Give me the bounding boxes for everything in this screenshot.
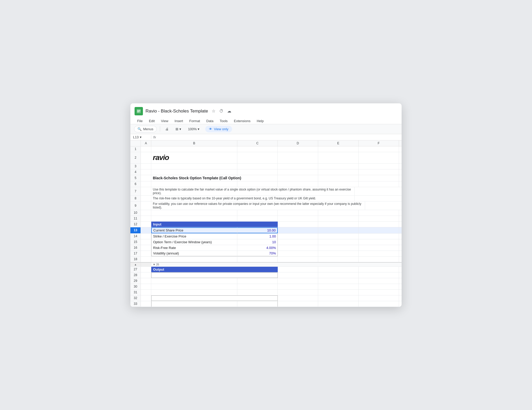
cell-f15[interactable] (359, 239, 399, 245)
cell-f31[interactable] (359, 290, 399, 295)
menu-help[interactable]: Help (254, 118, 266, 124)
menu-view[interactable]: View (158, 118, 171, 124)
cell-f32[interactable] (359, 295, 399, 301)
cell-b10[interactable] (151, 210, 237, 216)
cell-c3[interactable] (237, 164, 278, 169)
menu-format[interactable]: Format (187, 118, 203, 124)
cell-e30[interactable] (318, 284, 359, 289)
cell-a1[interactable] (141, 146, 151, 152)
cell-g14[interactable] (399, 234, 402, 239)
cell-a30[interactable] (141, 284, 151, 289)
cell-g13[interactable] (399, 227, 402, 233)
cell-d28[interactable] (278, 272, 318, 278)
cell-c10[interactable] (237, 210, 278, 216)
cell-b9-desc[interactable]: For volatility, you can use our referenc… (151, 201, 365, 210)
cell-a12[interactable] (141, 222, 151, 227)
cell-g15[interactable] (399, 239, 402, 245)
cell-c13[interactable]: 10.00 (237, 227, 278, 233)
cell-a14[interactable] (141, 234, 151, 239)
cell-b2-logo[interactable]: ravio (151, 152, 237, 163)
cell-b17[interactable]: Volatility (annual) (151, 251, 237, 256)
cell-g3[interactable] (399, 164, 402, 169)
cell-f6[interactable] (359, 181, 399, 187)
cell-f11[interactable] (359, 216, 399, 221)
cell-a11[interactable] (141, 216, 151, 221)
cell-c14[interactable]: 1.00 (237, 234, 278, 239)
col-header-g[interactable]: G (399, 140, 402, 146)
cell-f3[interactable] (359, 164, 399, 169)
cell-a7[interactable] (141, 187, 151, 195)
cell-d10[interactable] (278, 210, 318, 216)
collapsed-rows-indicator[interactable]: ▲ ▼ 26 (130, 262, 402, 267)
cell-c16[interactable]: 4.00% (237, 245, 278, 251)
cell-b12-input-header[interactable]: Input (151, 222, 237, 227)
cell-d30[interactable] (278, 284, 318, 289)
cell-d31[interactable] (278, 290, 318, 295)
cell-b31[interactable] (151, 290, 237, 295)
cell-d3[interactable] (278, 164, 318, 169)
col-header-a[interactable]: A (141, 140, 151, 146)
cell-d33[interactable] (278, 301, 318, 307)
cell-g29[interactable] (399, 278, 402, 284)
cell-b27-output-header[interactable]: Output (151, 267, 237, 272)
cell-b16[interactable]: Risk-Free Rate (151, 245, 237, 251)
cell-f16[interactable] (359, 245, 399, 251)
cell-c27[interactable] (237, 267, 278, 272)
cell-b28[interactable] (151, 272, 237, 278)
zoom-button[interactable]: 100% ▾ (186, 126, 202, 132)
cell-d5[interactable] (278, 175, 318, 181)
cell-e29[interactable] (318, 278, 359, 284)
star-icon[interactable]: ☆ (211, 108, 216, 114)
cell-g31[interactable] (399, 290, 402, 295)
cell-d17[interactable] (278, 251, 318, 256)
cell-g32[interactable] (399, 295, 402, 301)
cell-g33[interactable] (399, 301, 402, 307)
cell-c2[interactable] (237, 152, 278, 163)
cell-a4[interactable] (141, 169, 151, 175)
cell-b5-title[interactable]: Black-Scholes Stock Option Template (Cal… (151, 175, 237, 181)
col-header-e[interactable]: E (318, 140, 359, 146)
cell-c1[interactable] (237, 146, 278, 152)
cell-b3[interactable] (151, 164, 237, 169)
cell-a31[interactable] (141, 290, 151, 295)
cell-e31[interactable] (318, 290, 359, 295)
cell-c12[interactable] (237, 222, 278, 227)
cell-b33[interactable] (151, 301, 237, 307)
cell-b29[interactable] (151, 278, 237, 284)
cell-c5[interactable] (237, 175, 278, 181)
cell-f18[interactable] (359, 257, 399, 262)
cell-e27[interactable] (318, 267, 359, 272)
cell-f29[interactable] (359, 278, 399, 284)
cell-g27[interactable] (399, 267, 402, 272)
cell-b13[interactable]: Current Share Price (151, 227, 237, 233)
cell-d18[interactable] (278, 257, 318, 262)
cell-f2[interactable] (359, 152, 399, 163)
cell-c18[interactable] (237, 257, 278, 262)
cell-d29[interactable] (278, 278, 318, 284)
cell-c11[interactable] (237, 216, 278, 221)
search-menus-button[interactable]: 🔍 Menus (134, 126, 157, 132)
cell-d1[interactable] (278, 146, 318, 152)
cell-b6[interactable] (151, 181, 237, 187)
cloud-icon[interactable]: ☁ (226, 108, 232, 114)
cell-a18[interactable] (141, 257, 151, 262)
cell-a5[interactable] (141, 175, 151, 181)
cell-d12[interactable] (278, 222, 318, 227)
cell-a17[interactable] (141, 251, 151, 256)
cell-b7-desc[interactable]: Use this template to calculate the fair … (151, 187, 355, 195)
cell-f10[interactable] (359, 210, 399, 216)
print-button[interactable]: 🖨 (163, 126, 171, 132)
cell-f12[interactable] (359, 222, 399, 227)
cell-b1[interactable] (151, 146, 237, 152)
cell-a2[interactable] (141, 152, 151, 163)
cell-f17[interactable] (359, 251, 399, 256)
menu-insert[interactable]: Insert (172, 118, 186, 124)
cell-g30[interactable] (399, 284, 402, 289)
cell-e32[interactable] (318, 295, 359, 301)
cell-d11[interactable] (278, 216, 318, 221)
cell-a8[interactable] (141, 196, 151, 201)
cell-reference-box[interactable]: L13 ▾ (133, 135, 151, 139)
cell-g10[interactable] (399, 210, 402, 216)
cell-e13[interactable] (318, 227, 359, 233)
cell-g18[interactable] (399, 257, 402, 262)
